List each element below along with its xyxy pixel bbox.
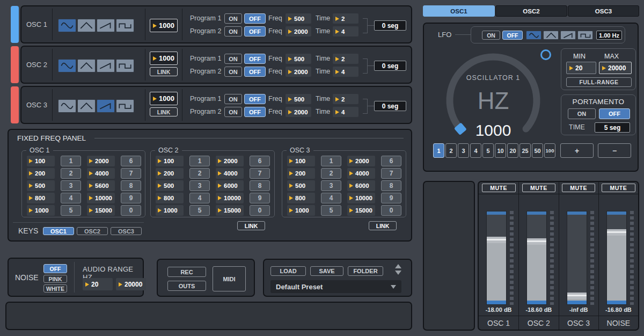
- mute-osc2-button[interactable]: MUTE: [522, 184, 555, 192]
- freq-value-box[interactable]: 6000: [347, 180, 375, 191]
- freq-value-box[interactable]: 4000: [347, 168, 375, 179]
- freq-key-button[interactable]: 1: [189, 156, 210, 166]
- freq-key-button[interactable]: 2: [321, 168, 341, 179]
- freq-value-box[interactable]: 800: [287, 193, 315, 203]
- freq-key-button[interactable]: 3: [189, 180, 210, 191]
- freq-key-button[interactable]: 6: [381, 156, 401, 166]
- freq-key-button[interactable]: 6: [250, 156, 270, 166]
- program1-time-box[interactable]: 2: [333, 94, 358, 104]
- freq-key-button[interactable]: 3: [321, 180, 341, 191]
- program2-on-button[interactable]: ON: [224, 67, 242, 77]
- freq-value-box[interactable]: 500: [27, 180, 55, 191]
- freq-key-button[interactable]: 0: [121, 205, 141, 216]
- increment-button[interactable]: +: [560, 143, 594, 158]
- freq-key-button[interactable]: 6: [121, 156, 141, 166]
- program2-freq-box[interactable]: 2000: [286, 67, 311, 77]
- freq-key-button[interactable]: 4: [61, 193, 81, 203]
- program2-time-box[interactable]: 4: [333, 26, 358, 36]
- noise-off-button[interactable]: OFF: [43, 264, 67, 273]
- freq-value-box[interactable]: 15000: [347, 205, 375, 216]
- fader-handle[interactable]: [567, 293, 587, 299]
- freq-value-box[interactable]: 800: [27, 193, 55, 203]
- freq-key-button[interactable]: 8: [381, 180, 401, 191]
- range-min-box[interactable]: 20: [83, 278, 113, 290]
- freq-value-box[interactable]: 200: [156, 168, 184, 179]
- step-1-button[interactable]: 1: [433, 143, 444, 158]
- midi-button[interactable]: MIDI: [213, 266, 246, 291]
- freq-value-box[interactable]: 2000: [87, 156, 115, 166]
- waveform-square-button[interactable]: [116, 19, 134, 32]
- max-value-box[interactable]: 20000: [599, 62, 632, 74]
- waveform-triangle-button[interactable]: [77, 99, 96, 113]
- decrement-button[interactable]: −: [598, 143, 631, 158]
- program2-on-button[interactable]: ON: [224, 107, 242, 117]
- waveform-saw-button[interactable]: [97, 99, 115, 113]
- program1-on-button[interactable]: ON: [224, 13, 242, 24]
- freq-value-box[interactable]: 2000: [216, 156, 244, 166]
- freq-value-box[interactable]: 4000: [87, 168, 115, 179]
- step-5-button[interactable]: 5: [482, 143, 494, 158]
- folder-button[interactable]: FOLDER: [348, 266, 383, 276]
- freq-value-box[interactable]: 2000: [347, 156, 375, 166]
- osc2-link-button[interactable]: LINK: [237, 221, 265, 230]
- freq-key-button[interactable]: 7: [121, 168, 141, 179]
- level-fader[interactable]: [606, 211, 627, 305]
- program1-on-button[interactable]: ON: [224, 54, 242, 64]
- noise-white-button[interactable]: WHITE: [43, 284, 67, 293]
- program2-time-box[interactable]: 4: [333, 107, 358, 117]
- freq-key-button[interactable]: 4: [321, 193, 341, 203]
- lfo-wave-sine-button[interactable]: [526, 31, 541, 40]
- step-10-button[interactable]: 10: [495, 143, 506, 158]
- step-4-button[interactable]: 4: [470, 143, 481, 158]
- portamento-off-button[interactable]: OFF: [599, 108, 630, 119]
- full-range-button[interactable]: FULL-RANGE: [566, 77, 632, 87]
- step-50-button[interactable]: 50: [532, 143, 543, 158]
- freq-key-button[interactable]: 0: [250, 205, 270, 216]
- waveform-sine-button[interactable]: [58, 99, 76, 113]
- waveform-saw-button[interactable]: [97, 59, 115, 72]
- tab-osc3[interactable]: OSC3: [568, 5, 639, 17]
- program1-freq-box[interactable]: 500: [286, 13, 311, 24]
- freq-value-box[interactable]: 4000: [216, 168, 244, 179]
- program1-off-button[interactable]: OFF: [244, 94, 266, 104]
- lfo-off-button[interactable]: OFF: [502, 31, 523, 40]
- freq-key-button[interactable]: 9: [250, 193, 270, 203]
- freq-key-button[interactable]: 5: [61, 205, 81, 216]
- waveform-saw-button[interactable]: [97, 19, 115, 32]
- min-value-box[interactable]: 20: [566, 62, 596, 74]
- program2-off-button[interactable]: OFF: [244, 67, 266, 77]
- range-max-box[interactable]: 20000: [116, 278, 146, 290]
- fader-handle[interactable]: [607, 229, 626, 236]
- lfo-wave-square-button[interactable]: [577, 31, 593, 40]
- preset-dropdown[interactable]: Default Preset: [270, 280, 401, 293]
- fader-handle[interactable]: [527, 238, 546, 245]
- program2-freq-box[interactable]: 2000: [286, 26, 311, 36]
- tab-osc1[interactable]: OSC1: [423, 5, 495, 17]
- freq-key-button[interactable]: 8: [250, 180, 270, 191]
- waveform-square-button[interactable]: [116, 99, 134, 113]
- freq-value-box[interactable]: 100: [27, 156, 55, 166]
- load-button[interactable]: LOAD: [270, 266, 306, 276]
- level-fader[interactable]: [526, 211, 547, 305]
- outs-button[interactable]: OUTS: [167, 281, 206, 291]
- program1-freq-box[interactable]: 500: [286, 94, 311, 104]
- step-2-button[interactable]: 2: [445, 143, 457, 158]
- osc-link-button[interactable]: LINK: [150, 67, 178, 76]
- program2-off-button[interactable]: OFF: [244, 26, 266, 36]
- freq-key-button[interactable]: 7: [381, 168, 401, 179]
- fader-handle[interactable]: [487, 237, 506, 243]
- freq-value-box[interactable]: 5600: [87, 180, 115, 191]
- portamento-on-button[interactable]: ON: [568, 108, 596, 119]
- freq-key-button[interactable]: 4: [189, 193, 210, 203]
- waveform-sine-button[interactable]: [58, 59, 76, 72]
- mute-osc1-button[interactable]: MUTE: [482, 184, 516, 192]
- step-100-button[interactable]: 100: [544, 143, 555, 158]
- freq-value-box[interactable]: 1000: [287, 205, 315, 216]
- freq-key-button[interactable]: 8: [121, 180, 141, 191]
- freq-value-box[interactable]: 10000: [87, 193, 115, 203]
- preset-up-button[interactable]: [395, 264, 401, 268]
- freq-value-box[interactable]: 1000: [156, 205, 184, 216]
- rec-button[interactable]: REC: [167, 267, 206, 277]
- waveform-triangle-button[interactable]: [77, 59, 96, 72]
- osc-frequency-box[interactable]: 1000: [150, 19, 178, 32]
